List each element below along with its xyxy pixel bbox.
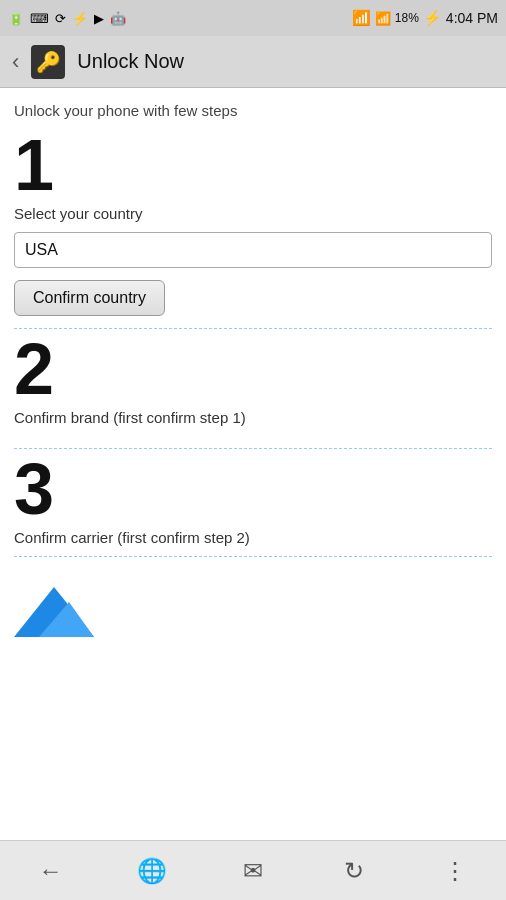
back-icon[interactable]: ‹ <box>12 49 19 75</box>
step-3-number: 3 <box>14 453 492 525</box>
step-3-label: Confirm carrier (first confirm step 2) <box>14 529 492 546</box>
nav-refresh-button[interactable]: ↻ <box>332 849 376 893</box>
step-3-section: 3 Confirm carrier (first confirm step 2) <box>14 453 492 567</box>
sync-icon: ⟳ <box>55 11 66 26</box>
status-bar-right: 📶 📶 18% ⚡ 4:04 PM <box>352 9 498 27</box>
battery-icon-small: 🔋 <box>8 11 24 26</box>
title-bar: ‹ 🔑 Unlock Now <box>0 36 506 88</box>
nav-mail-button[interactable]: ✉ <box>231 849 275 893</box>
nav-globe-button[interactable]: 🌐 <box>130 849 174 893</box>
step-1-section: 1 Select your country Confirm country <box>14 129 492 329</box>
mountain-hint <box>14 577 492 637</box>
app-icon: 🔑 <box>31 45 65 79</box>
clock: 4:04 PM <box>446 10 498 26</box>
media-icon: ▶ <box>94 11 104 26</box>
country-input[interactable] <box>14 232 492 268</box>
step-2-section: 2 Confirm brand (first confirm step 1) <box>14 333 492 449</box>
confirm-country-button[interactable]: Confirm country <box>14 280 165 316</box>
refresh-icon: ↻ <box>344 857 364 885</box>
battery-percent: 18% <box>395 11 419 25</box>
main-content: Unlock your phone with few steps 1 Selec… <box>0 88 506 840</box>
android-icon: 🤖 <box>110 11 126 26</box>
nav-more-button[interactable]: ⋮ <box>433 849 477 893</box>
step-2-label: Confirm brand (first confirm step 1) <box>14 409 492 426</box>
app-title: Unlock Now <box>77 50 184 73</box>
step-1-number: 1 <box>14 129 492 201</box>
usb-icon: ⚡ <box>72 11 88 26</box>
status-bar-left: 🔋 ⌨ ⟳ ⚡ ▶ 🤖 <box>8 11 126 26</box>
mail-icon: ✉ <box>243 857 263 885</box>
step-1-label: Select your country <box>14 205 492 222</box>
signal-bars: 📶 <box>375 11 391 26</box>
wifi-icon: 📶 <box>352 9 371 27</box>
status-bar: 🔋 ⌨ ⟳ ⚡ ▶ 🤖 📶 📶 18% ⚡ 4:04 PM <box>0 0 506 36</box>
nav-back-button[interactable]: ← <box>29 849 73 893</box>
step-2-number: 2 <box>14 333 492 405</box>
code-icon: ⌨ <box>30 11 49 26</box>
charging-icon: ⚡ <box>423 9 442 27</box>
subtitle-text: Unlock your phone with few steps <box>14 102 492 119</box>
back-nav-icon: ← <box>39 857 63 885</box>
globe-icon: 🌐 <box>137 857 167 885</box>
bottom-nav: ← 🌐 ✉ ↻ ⋮ <box>0 840 506 900</box>
more-icon: ⋮ <box>443 857 467 885</box>
